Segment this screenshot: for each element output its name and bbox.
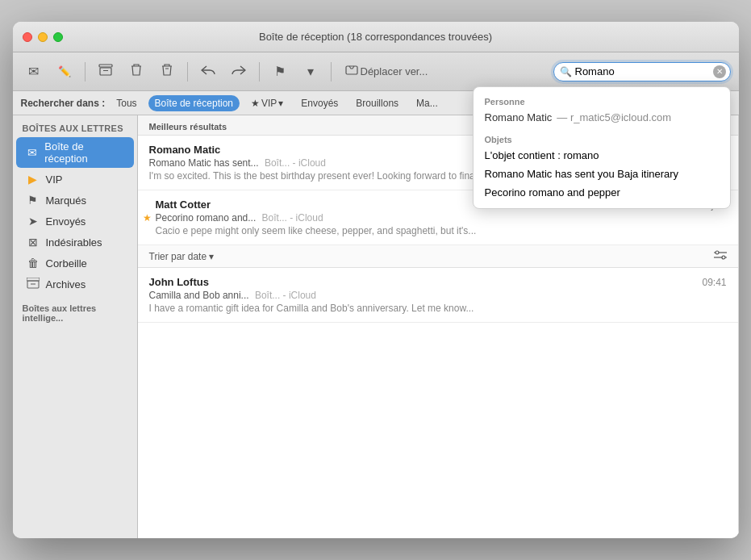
titlebar: Boîte de réception (18 correspondances t… (13, 22, 739, 52)
person-result-item[interactable]: Romano Matic — r_matic5@icloud.com (474, 108, 730, 127)
object-label-1: L'objet contient : romano (485, 149, 599, 161)
star-icon-1[interactable]: ★ (143, 212, 154, 224)
svg-rect-0 (99, 65, 112, 67)
maximize-button[interactable] (53, 32, 63, 42)
search-container: 🔍 ✕ Personne Romano Matic — r_matic5@icl… (553, 62, 731, 81)
move-icon (345, 65, 358, 78)
scope-drafts[interactable]: Brouillons (349, 95, 405, 111)
mailboxes-section-header: Boîtes aux lettres (13, 115, 137, 136)
email-subject-2: Camilla and Bob anni... Boît... - iCloud (149, 290, 727, 301)
object-label-3: Pecorino romano and pepper (485, 186, 620, 199)
sidebar: Boîtes aux lettres ✉ Boîte de réception … (13, 115, 138, 538)
vip-label: VIP (46, 173, 63, 186)
sort-bar: Trier par date ▾ (138, 245, 738, 268)
email-source-0: Boît... - iCloud (265, 157, 326, 169)
toolbar: ✉ ✏️ (13, 52, 739, 91)
sort-label: Trier par date (149, 251, 207, 262)
scope-sent[interactable]: Envoyés (294, 95, 344, 111)
reply-icon (201, 65, 215, 79)
email-sender-1: Matt Cotter (156, 199, 211, 211)
archive-icon (98, 64, 113, 80)
mail-window: Boîte de réception (18 correspondances t… (13, 22, 739, 538)
scope-label: Rechercher dans : (21, 98, 106, 109)
search-clear-button[interactable]: ✕ (713, 65, 726, 78)
scope-vip[interactable]: ★ VIP ▾ (244, 95, 290, 111)
objects-section-header: Objets (474, 132, 730, 146)
email-header-2: John Loftus 09:41 (149, 276, 727, 288)
flag-dropdown[interactable]: ▾ (298, 61, 323, 83)
junk-sidebar-icon: ⊠ (26, 236, 40, 249)
scope-tous[interactable]: Tous (110, 95, 143, 111)
separator2 (187, 62, 188, 81)
sent-icon: ➤ (26, 215, 40, 228)
move-label: Déplacer ver... (361, 65, 428, 77)
sidebar-item-junk[interactable]: ⊠ Indésirables (16, 232, 134, 252)
trash-icon (130, 63, 143, 80)
filter-icon[interactable] (714, 249, 727, 263)
object-result-item-3[interactable]: Pecorino romano and pepper (474, 183, 730, 202)
sidebar-item-sent[interactable]: ➤ Envoyés (16, 211, 134, 231)
person-section-header: Personne (474, 94, 730, 108)
trash-button[interactable] (123, 61, 149, 83)
forward-button[interactable] (226, 61, 252, 83)
flagged-icon: ⚑ (26, 194, 40, 207)
search-dropdown: Personne Romano Matic — r_matic5@icloud.… (473, 86, 731, 209)
move-button[interactable]: Déplacer ver... (339, 61, 435, 83)
svg-rect-1 (100, 68, 111, 75)
search-input[interactable] (553, 62, 731, 81)
svg-point-8 (716, 251, 719, 254)
junk-label: Indésirables (46, 236, 102, 249)
archive-button[interactable] (93, 61, 119, 83)
sidebar-item-flagged[interactable]: ⚑ Marqués (16, 190, 134, 210)
scope-more[interactable]: Ma... (410, 95, 444, 111)
svg-rect-4 (346, 66, 357, 74)
smart-mailboxes-header: Boîtes aux lettres intellige... (13, 295, 137, 326)
separator4 (331, 62, 332, 81)
minimize-button[interactable] (38, 32, 48, 42)
sidebar-item-inbox[interactable]: ✉ Boîte de réception (16, 137, 134, 168)
email-preview-1: Cacio e pepe might only seem like cheese… (156, 225, 727, 236)
archives-label: Archives (46, 278, 86, 290)
sent-label: Envoyés (46, 215, 86, 228)
flagged-label: Marqués (46, 194, 87, 207)
email-item-2[interactable]: John Loftus 09:41 Camilla and Bob anni..… (138, 268, 738, 323)
star-icon: ★ (251, 98, 260, 109)
sort-chevron-icon: ▾ (209, 251, 214, 262)
object-result-item-1[interactable]: L'objet contient : romano (474, 146, 730, 165)
scope-inbox[interactable]: Boîte de réception (148, 95, 240, 111)
trash-sidebar-icon: 🗑 (26, 257, 40, 270)
edit-icon: ✏️ (58, 65, 71, 77)
window-title: Boîte de réception (18 correspondances t… (259, 31, 492, 43)
trash-label: Corbeille (46, 257, 87, 270)
chevron-vip-icon: ▾ (278, 98, 283, 109)
object-result-item-2[interactable]: Romano Matic has sent you Baja itinerary (474, 165, 730, 183)
inbox-icon: ✉ (26, 146, 40, 159)
archives-icon (26, 278, 40, 291)
move-to-junk-button[interactable] (154, 61, 180, 83)
forward-icon (232, 65, 246, 79)
person-email: — r_matic5@icloud.com (557, 111, 671, 123)
close-button[interactable] (23, 32, 32, 42)
email-source-2: Boît... - iCloud (255, 290, 316, 301)
inbox-label: Boîte de réception (44, 140, 123, 165)
compose-edit-button[interactable]: ✏️ (52, 61, 77, 83)
email-time-2: 09:41 (702, 277, 726, 288)
sidebar-item-vip[interactable]: ▶ VIP (16, 169, 134, 189)
object-label-2: Romano Matic has sent you Baja itinerary (485, 168, 679, 180)
vip-icon: ▶ (26, 173, 40, 186)
email-sender-2: John Loftus (149, 276, 209, 288)
compose-button[interactable]: ✉ (21, 61, 47, 83)
sidebar-item-trash[interactable]: 🗑 Corbeille (16, 253, 134, 273)
traffic-lights (23, 32, 63, 42)
flag-icon: ⚑ (274, 64, 286, 79)
flag-button[interactable]: ⚑ (267, 61, 293, 83)
svg-point-9 (722, 256, 725, 259)
separator (85, 62, 86, 81)
junk-icon (161, 63, 173, 80)
reply-button[interactable] (195, 61, 221, 83)
person-name: Romano Matic (485, 111, 553, 123)
email-preview-2: I have a romantic gift idea for Camilla … (149, 303, 727, 314)
sidebar-item-archives[interactable]: Archives (16, 274, 134, 295)
sort-button[interactable]: Trier par date ▾ (149, 251, 215, 262)
compose-icon: ✉ (28, 64, 39, 79)
